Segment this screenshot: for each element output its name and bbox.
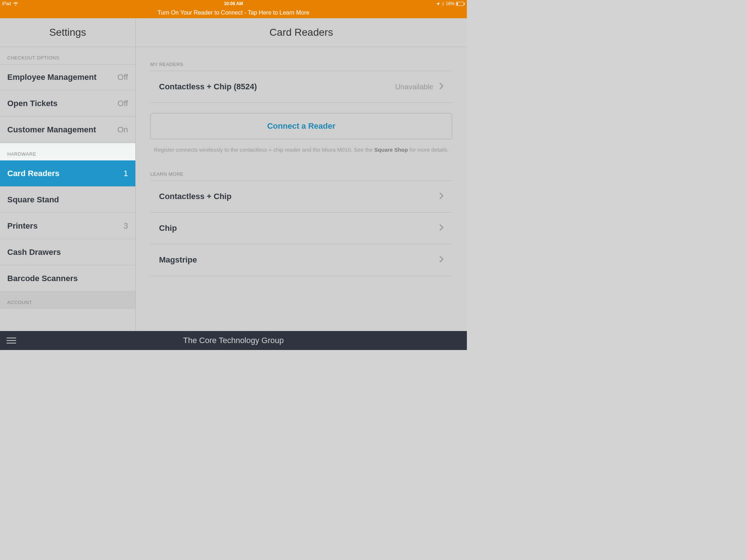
- learn-more-magstripe[interactable]: Magstripe: [150, 244, 452, 276]
- chevron-right-icon: [439, 224, 444, 233]
- chevron-right-icon: [439, 256, 444, 264]
- reader-row[interactable]: Contactless + Chip (8524) Unavailable: [150, 71, 452, 103]
- sidebar-item-label: Printers: [7, 221, 38, 231]
- sidebar-item-card-readers[interactable]: Card Readers 1: [0, 160, 135, 187]
- sidebar-item-label: Employee Management: [7, 73, 97, 82]
- sidebar-item-label: Customer Management: [7, 125, 96, 135]
- svg-rect-1: [457, 3, 458, 5]
- learn-more-label: Contactless + Chip: [159, 192, 232, 201]
- learn-more-header: LEARN MORE: [150, 160, 452, 180]
- svg-rect-2: [464, 3, 465, 5]
- footer-bar: The Core Technology Group: [0, 331, 467, 350]
- clock: 10:06 AM: [224, 1, 243, 6]
- sidebar-item-label: Cash Drawers: [7, 248, 61, 257]
- battery-icon: [456, 1, 465, 6]
- learn-more-contactless-chip[interactable]: Contactless + Chip: [150, 181, 452, 213]
- section-header-account: ACCOUNT: [0, 292, 135, 309]
- device-label: iPad: [2, 1, 11, 6]
- sidebar-item-value: 3: [124, 221, 128, 231]
- sidebar-item-printers[interactable]: Printers 3: [0, 213, 135, 239]
- battery-label: 16%: [446, 1, 454, 6]
- learn-more-label: Chip: [159, 223, 177, 233]
- banner-text: Turn On Your Reader to Connect - Tap Her…: [158, 9, 309, 16]
- sidebar-item-square-stand[interactable]: Square Stand: [0, 187, 135, 213]
- status-bar: iPad 10:06 AM 16%: [0, 0, 467, 7]
- helper-text: Register connects wirelessly to the cont…: [150, 146, 452, 160]
- hamburger-icon[interactable]: [7, 338, 16, 343]
- location-icon: [436, 1, 440, 6]
- my-readers-header: MY READERS: [150, 47, 452, 71]
- section-header-checkout: CHECKOUT OPTIONS: [0, 47, 135, 64]
- connect-banner[interactable]: Turn On Your Reader to Connect - Tap Her…: [0, 7, 467, 18]
- section-header-hardware: HARDWARE: [0, 143, 135, 160]
- sidebar-item-barcode-scanners[interactable]: Barcode Scanners: [0, 265, 135, 292]
- sidebar-item-employee-management[interactable]: Employee Management Off: [0, 64, 135, 90]
- sidebar-item-label: Barcode Scanners: [7, 274, 78, 283]
- content-title: Card Readers: [136, 18, 467, 47]
- footer-text: The Core Technology Group: [183, 336, 284, 345]
- reader-status: Unavailable: [395, 83, 433, 91]
- sidebar-title: Settings: [0, 18, 135, 47]
- bluetooth-icon: [441, 1, 444, 6]
- sidebar-item-label: Open Tickets: [7, 99, 58, 108]
- chevron-right-icon: [439, 192, 444, 201]
- learn-more-label: Magstripe: [159, 255, 197, 265]
- learn-more-chip[interactable]: Chip: [150, 213, 452, 244]
- content-panel: Card Readers MY READERS Contactless + Ch…: [136, 18, 467, 331]
- sidebar-item-value: On: [117, 125, 128, 135]
- sidebar-item-value: 1: [124, 169, 128, 178]
- sidebar-item-open-tickets[interactable]: Open Tickets Off: [0, 90, 135, 117]
- settings-sidebar: Settings CHECKOUT OPTIONS Employee Manag…: [0, 18, 136, 331]
- sidebar-item-value: Off: [117, 73, 128, 82]
- sidebar-item-customer-management[interactable]: Customer Management On: [0, 117, 135, 143]
- wifi-icon: [13, 1, 18, 6]
- sidebar-item-value: Off: [117, 99, 128, 108]
- connect-reader-label: Connect a Reader: [267, 121, 335, 131]
- reader-name: Contactless + Chip (8524): [159, 82, 257, 92]
- chevron-right-icon: [439, 82, 444, 92]
- sidebar-item-label: Card Readers: [7, 169, 59, 178]
- sidebar-item-cash-drawers[interactable]: Cash Drawers: [0, 239, 135, 265]
- sidebar-item-label: Square Stand: [7, 195, 59, 205]
- connect-reader-button[interactable]: Connect a Reader: [150, 113, 452, 139]
